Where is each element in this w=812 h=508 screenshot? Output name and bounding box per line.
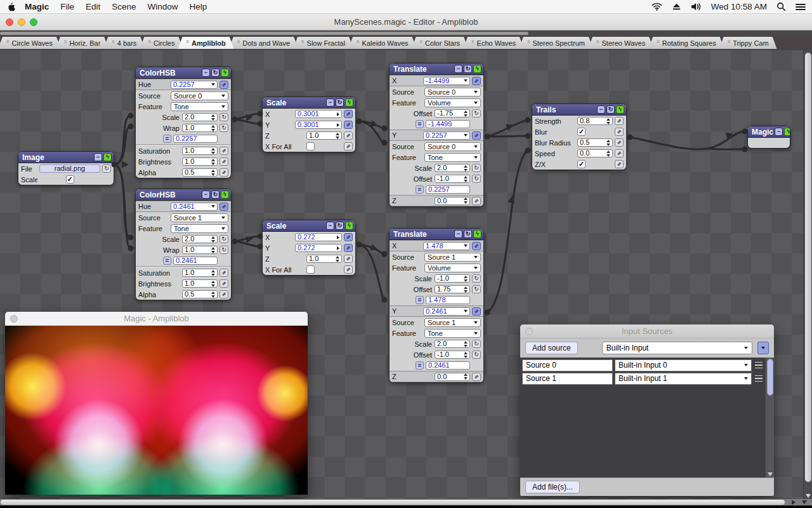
tab-trippy-cam[interactable]: xTrippy Cam xyxy=(719,37,777,49)
tab-close-icon[interactable]: x xyxy=(112,38,115,44)
node-editor-canvas[interactable]: Image−ϟFileradial.png↻Scale✓ColorHSB−↻ϟH… xyxy=(0,49,812,505)
stepper-arrows[interactable] xyxy=(211,159,215,165)
stepper-arrows[interactable] xyxy=(464,110,468,117)
cycle-node-icon[interactable]: ↻ xyxy=(336,98,344,107)
x-for-all-checkbox[interactable] xyxy=(306,265,315,274)
param-value-field[interactable]: 0.0 xyxy=(435,373,470,381)
param-value-dropdown[interactable]: 0.2461 xyxy=(423,307,470,316)
tab-echo-waves[interactable]: xEcho Waves xyxy=(463,37,524,49)
stepper-arrows[interactable] xyxy=(464,373,468,380)
link-icon[interactable]: ∞ xyxy=(615,128,624,136)
stepper-arrows[interactable] xyxy=(211,291,215,298)
link-icon[interactable]: ∞ xyxy=(472,373,481,381)
stepper-arrows[interactable] xyxy=(606,118,610,124)
link-icon[interactable]: ∞ xyxy=(219,269,228,277)
device-menu-button[interactable] xyxy=(757,342,769,354)
param-value-field[interactable]: 0.5 xyxy=(182,168,218,177)
param-value-field[interactable]: 1.0 xyxy=(182,269,218,277)
link-icon[interactable]: ∞ xyxy=(219,168,228,177)
link-icon[interactable]: ∞ xyxy=(615,117,624,125)
enable-node-button[interactable]: ϟ xyxy=(221,190,229,199)
list-icon[interactable] xyxy=(796,3,806,11)
param-value-field[interactable]: 0.3001 xyxy=(295,110,342,118)
tab-circles[interactable]: xCircles xyxy=(140,37,183,49)
tab-close-icon[interactable]: x xyxy=(187,38,190,44)
stepper-arrows[interactable] xyxy=(211,148,215,154)
tab-stereo-spectrum[interactable]: xStereo Spectrum xyxy=(519,37,593,49)
equals-button[interactable]: = xyxy=(416,185,424,194)
menu-item-help[interactable]: Help xyxy=(184,2,213,11)
scroll-down-arrow-icon[interactable] xyxy=(806,494,811,498)
computed-value-field[interactable]: 0.2461 xyxy=(426,361,470,370)
loop-icon[interactable]: ↻ xyxy=(472,340,481,348)
computed-value-field[interactable]: 0.2257 xyxy=(173,135,218,143)
computed-value-field[interactable]: 1.478 xyxy=(426,296,470,304)
node-header-translate-1[interactable]: Translate−↻ϟ xyxy=(390,64,483,75)
param-value-field[interactable]: 2.0 xyxy=(182,235,218,243)
param-value-field[interactable]: 1.0 xyxy=(182,246,218,254)
param-value-dropdown[interactable]: 1.478 xyxy=(423,242,470,250)
enable-node-button[interactable]: ϟ xyxy=(345,98,353,107)
tab-close-icon[interactable]: x xyxy=(657,38,660,44)
tab-scroll-strip[interactable] xyxy=(0,30,812,36)
equals-button[interactable]: = xyxy=(416,120,424,128)
loop-icon[interactable]: ↻ xyxy=(219,235,228,243)
cycle-node-icon[interactable]: ↻ xyxy=(211,190,219,199)
collapse-node-button[interactable]: − xyxy=(202,190,210,199)
tab-close-icon[interactable]: x xyxy=(148,38,151,44)
stepper-arrows[interactable] xyxy=(211,247,215,253)
param-value-dropdown[interactable]: -1.4499 xyxy=(423,77,470,85)
link-icon[interactable]: ∞ xyxy=(615,160,624,168)
param-value-field[interactable]: -1.0 xyxy=(435,351,470,359)
param-value-field[interactable]: 0.272 xyxy=(295,244,342,252)
link-icon[interactable]: ∞ xyxy=(219,147,228,155)
tab-horiz-bar[interactable]: xHoriz. Bar xyxy=(56,37,108,49)
stepper-arrows[interactable] xyxy=(211,270,215,276)
source-device-dropdown[interactable]: Built-in Input 1 xyxy=(615,373,752,385)
param-value-field[interactable]: -1.0 xyxy=(435,274,470,283)
param-value-field[interactable]: 2.0 xyxy=(435,340,470,348)
equals-button[interactable]: = xyxy=(416,361,424,370)
link-icon[interactable]: ∞ xyxy=(472,77,481,85)
tab-close-icon[interactable]: x xyxy=(357,38,360,44)
link-icon[interactable]: ∞ xyxy=(344,255,353,263)
stepper-arrows[interactable] xyxy=(211,170,215,176)
collapse-node-button[interactable]: − xyxy=(454,65,462,73)
cycle-node-icon[interactable]: ↻ xyxy=(464,65,472,73)
link-icon[interactable]: ∞ xyxy=(472,197,481,205)
link-icon[interactable]: ∞ xyxy=(472,307,481,316)
stepper-arrows[interactable] xyxy=(336,133,339,139)
preview-close-button[interactable] xyxy=(10,315,18,323)
node-header-magic-out[interactable]: Magic−ϟ xyxy=(748,126,790,138)
link-icon[interactable]: ∞ xyxy=(344,244,353,252)
link-icon[interactable]: ∞ xyxy=(219,279,228,288)
input-device-dropdown[interactable]: Built-in Input xyxy=(602,342,752,354)
menu-item-file[interactable]: File xyxy=(55,2,80,11)
menu-item-edit[interactable]: Edit xyxy=(80,2,106,11)
enable-node-button[interactable]: ϟ xyxy=(784,128,790,136)
param-value-field[interactable]: 2.0 xyxy=(435,164,470,172)
param-value-dropdown[interactable]: 0.2461 xyxy=(171,203,218,211)
blur-checkbox[interactable]: ✓ xyxy=(577,128,586,136)
link-icon[interactable]: ∞ xyxy=(344,131,353,140)
tab-dots-and-wave[interactable]: xDots and Wave xyxy=(229,37,298,49)
param-value-field[interactable]: 0.0 xyxy=(577,149,613,157)
feature-select[interactable]: Tone xyxy=(171,102,228,111)
drag-handle-icon[interactable] xyxy=(754,359,764,371)
menu-item-window[interactable]: Window xyxy=(142,2,184,11)
file-field[interactable]: radial.png xyxy=(39,164,100,173)
loop-icon[interactable]: ↻ xyxy=(472,274,481,283)
tab-slow-fractal[interactable]: xSlow Fractal xyxy=(293,37,353,49)
equals-button[interactable]: = xyxy=(163,135,171,143)
cycle-node-icon[interactable]: ↻ xyxy=(211,69,219,77)
feature-select[interactable]: Volume xyxy=(424,264,481,272)
tab-close-icon[interactable]: x xyxy=(301,38,304,44)
scroll-down-arrow-icon[interactable] xyxy=(802,500,807,504)
search-icon[interactable] xyxy=(776,2,786,11)
link-icon[interactable]: ∞ xyxy=(219,290,228,298)
tab-close-icon[interactable]: x xyxy=(728,38,731,44)
cycle-node-icon[interactable]: ↻ xyxy=(464,230,472,238)
x-for-all-checkbox[interactable] xyxy=(306,142,315,150)
equals-button[interactable]: = xyxy=(163,257,171,265)
tab-close-icon[interactable]: x xyxy=(420,38,423,44)
